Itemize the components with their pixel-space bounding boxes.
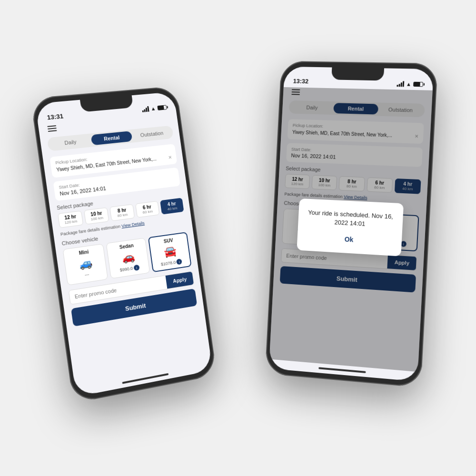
promo-apply-button-1[interactable]: Apply [166, 271, 194, 288]
dialog-ok-button-2[interactable]: Ok [344, 236, 353, 244]
signal-icon-1 [142, 106, 149, 112]
tab-daily-1[interactable]: Daily [49, 135, 92, 150]
battery-icon-2 [413, 82, 423, 87]
phone-2: 13:32 ▲ Daily [265, 61, 438, 388]
vehicle-suv-1[interactable]: SUV 🚘 $1078.0 i [148, 232, 192, 272]
vehicle-mini-1[interactable]: Mini 🚙 --- [62, 244, 108, 286]
pkg-4hr-1[interactable]: 4 hr 40 km [160, 198, 184, 214]
signal-icon-2 [397, 81, 404, 87]
status-icons-1: ▲ [142, 105, 167, 112]
vehicle-sedan-1[interactable]: Sedan 🚗 $990.0 i [106, 238, 150, 278]
pickup-clear-1[interactable]: × [168, 154, 172, 161]
battery-icon-1 [157, 105, 167, 110]
vehicle-sedan-img-1: 🚗 [115, 249, 140, 266]
pkg-12hr-1[interactable]: 12 hr 120 km [58, 210, 83, 228]
info-icon-suv-1[interactable]: i [176, 258, 182, 265]
notch-2 [331, 68, 384, 81]
dialog-message-2: Your ride is scheduled. Nov 16, 2022 14:… [307, 208, 394, 230]
status-time-1: 13:31 [47, 112, 64, 121]
tab-rental-1[interactable]: Rental [90, 131, 133, 145]
dialog-overlay-2: Your ride is scheduled. Nov 16, 2022 14:… [269, 87, 433, 372]
wifi-icon-2: ▲ [406, 81, 412, 87]
wifi-icon-1: ▲ [150, 106, 156, 112]
vehicle-suv-img-1: 🚘 [158, 244, 182, 260]
status-time-2: 13:32 [293, 78, 308, 85]
dialog-box-2: Your ride is scheduled. Nov 16, 2022 14:… [297, 198, 404, 257]
status-icons-2: ▲ [397, 81, 423, 87]
pkg-10hr-1[interactable]: 10 hr 100 km [84, 207, 109, 224]
vehicle-mini-img-1: 🚙 [72, 255, 99, 272]
pkg-6hr-1[interactable]: 6 hr 60 km [135, 201, 160, 218]
info-icon-sedan-1[interactable]: i [133, 265, 139, 271]
tab-outstation-1[interactable]: Outstation [131, 127, 172, 141]
view-details-link-1[interactable]: View Details [121, 221, 145, 228]
phone-1: 13:31 ▲ Daily [30, 86, 217, 403]
pkg-8hr-1[interactable]: 8 hr 80 km [109, 204, 134, 221]
